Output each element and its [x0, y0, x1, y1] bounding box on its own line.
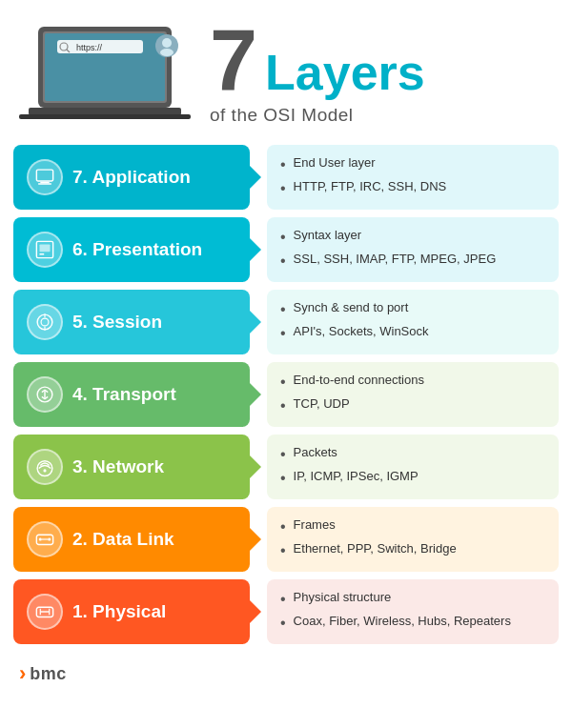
svg-text:https://: https:// [76, 43, 103, 52]
layer-info-layer-1: Physical structureCoax, Fiber, Wireless,… [267, 579, 559, 644]
svg-rect-12 [36, 170, 52, 181]
layer-name-layer-5: 5. Session [72, 312, 162, 333]
layer-info-layer-6: Syntax layerSSL, SSH, IMAP, FTP, MPEG, J… [267, 217, 559, 282]
bmc-logo: › bmc [19, 663, 67, 684]
bullet-item: End-to-end connections [280, 371, 545, 394]
svg-rect-16 [40, 245, 51, 253]
layer-row-layer-4: 4. Transport End-to-end connectionsTCP, … [13, 362, 559, 427]
layer-info-layer-5: Synch & send to portAPI's, Sockets, WinS… [267, 290, 559, 354]
presentation-icon [27, 232, 63, 268]
layer-label-layer-3: 3. Network [13, 435, 250, 499]
layer-name-layer-4: 4. Transport [72, 384, 176, 405]
layer-name-layer-2: 2. Data Link [72, 529, 174, 550]
bullet-item: End User layer [280, 153, 545, 177]
bullet-item: Frames [280, 516, 545, 539]
layer-name-layer-3: 3. Network [72, 456, 164, 477]
layer-bullets-layer-1: Physical structureCoax, Fiber, Wireless,… [280, 588, 545, 636]
bullet-item: API's, Sockets, WinSock [280, 322, 545, 346]
layer-name-layer-6: 6. Presentation [72, 239, 202, 260]
bullet-item: SSL, SSH, IMAP, FTP, MPEG, JPEG [280, 250, 545, 273]
svg-point-19 [41, 318, 49, 326]
svg-rect-17 [40, 253, 45, 255]
laptop-illustration: https:// [19, 19, 191, 124]
bullet-item: TCP, UDP [280, 394, 545, 418]
bmc-chevron-icon: › [19, 663, 26, 684]
layer-label-layer-6: 6. Presentation [13, 217, 250, 282]
layer-info-layer-2: FramesEthernet, PPP, Switch, Bridge [267, 507, 559, 572]
transport-icon [27, 376, 63, 413]
osi-subtitle: of the OSI Model [210, 105, 425, 126]
physical-icon [27, 594, 63, 630]
svg-point-27 [39, 537, 42, 540]
layer-bullets-layer-3: PacketsIP, ICMP, IPSec, IGMP [280, 443, 545, 491]
layer-row-layer-5: 5. Session Synch & send to portAPI's, So… [13, 290, 559, 354]
layer-info-layer-4: End-to-end connectionsTCP, UDP [267, 362, 559, 427]
layer-bullets-layer-7: End User layerHTTP, FTP, IRC, SSH, DNS [280, 153, 545, 201]
layer-label-layer-5: 5. Session [13, 290, 250, 354]
bullet-item: HTTP, FTP, IRC, SSH, DNS [280, 177, 545, 201]
layer-name-layer-1: 1. Physical [72, 601, 166, 622]
layer-row-layer-3: 3. Network PacketsIP, ICMP, IPSec, IGMP [13, 435, 559, 499]
application-icon [27, 159, 63, 195]
layer-bullets-layer-5: Synch & send to portAPI's, Sockets, WinS… [280, 298, 545, 346]
layer-info-layer-7: End User layerHTTP, FTP, IRC, SSH, DNS [267, 145, 559, 210]
layer-label-layer-7: 7. Application [13, 145, 250, 210]
svg-rect-11 [19, 114, 191, 119]
svg-rect-14 [38, 183, 51, 185]
datalink-icon [27, 521, 63, 557]
layers-text: Layers [265, 48, 425, 97]
title-block: 7 Layers of the OSI Model [210, 17, 425, 126]
svg-point-9 [160, 49, 174, 56]
layer-info-layer-3: PacketsIP, ICMP, IPSec, IGMP [267, 435, 559, 499]
svg-point-25 [43, 469, 46, 472]
layers-container: 7. Application End User layerHTTP, FTP, … [0, 135, 572, 652]
layer-bullets-layer-2: FramesEthernet, PPP, Switch, Bridge [280, 516, 545, 563]
header: https:// 7 Layers of the OSI Model [0, 0, 572, 135]
bullet-item: Coax, Fiber, Wireless, Hubs, Repeaters [280, 612, 545, 636]
layer-bullets-layer-4: End-to-end connectionsTCP, UDP [280, 371, 545, 418]
bullet-item: Synch & send to port [280, 298, 545, 322]
layer-bullets-layer-6: Syntax layerSSL, SSH, IMAP, FTP, MPEG, J… [280, 226, 545, 273]
layer-row-layer-1: 1. Physical Physical structureCoax, Fibe… [13, 579, 559, 644]
layer-label-layer-1: 1. Physical [13, 579, 250, 644]
layer-row-layer-2: 2. Data Link FramesEthernet, PPP, Switch… [13, 507, 559, 572]
layer-row-layer-6: 6. Presentation Syntax layerSSL, SSH, IM… [13, 217, 559, 282]
bmc-brand-text: bmc [30, 664, 67, 684]
svg-point-28 [48, 537, 51, 540]
layer-label-layer-2: 2. Data Link [13, 507, 250, 572]
bullet-item: Ethernet, PPP, Switch, Bridge [280, 539, 545, 563]
layer-name-layer-7: 7. Application [72, 167, 191, 188]
layer-label-layer-4: 4. Transport [13, 362, 250, 427]
svg-rect-10 [29, 108, 181, 115]
session-icon [27, 304, 63, 340]
big-seven: 7 [210, 17, 257, 103]
footer: › bmc [0, 652, 572, 696]
bullet-item: Physical structure [280, 588, 545, 612]
layer-row-layer-7: 7. Application End User layerHTTP, FTP, … [13, 145, 559, 210]
bullet-item: IP, ICMP, IPSec, IGMP [280, 467, 545, 491]
svg-point-8 [162, 38, 172, 48]
network-icon [27, 449, 63, 485]
bullet-item: Syntax layer [280, 226, 545, 250]
bullet-item: Packets [280, 443, 545, 467]
svg-rect-13 [40, 182, 49, 184]
